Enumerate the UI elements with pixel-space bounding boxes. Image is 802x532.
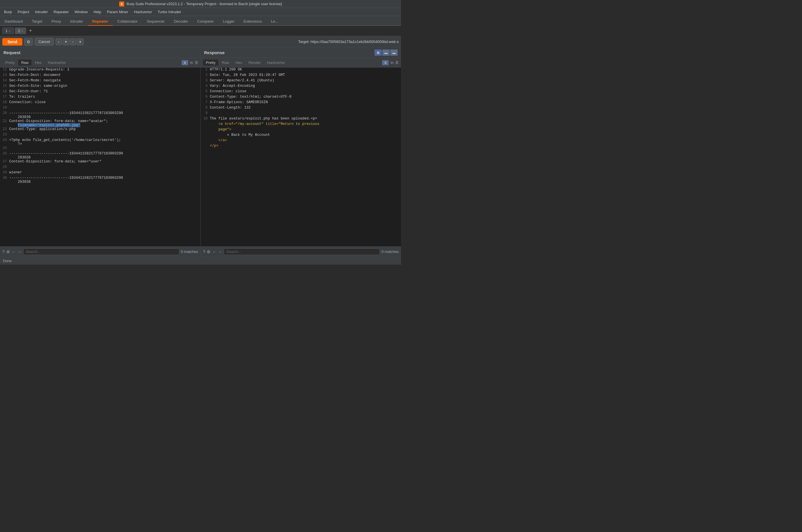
code-line: 4 Vary: Accept-Encoding — [201, 84, 401, 89]
response-matches-label: 0 matches — [382, 249, 399, 254]
request-code-area[interactable]: 12 Upgrade-Insecure-Requests: 1 13 Sec-F… — [0, 68, 200, 246]
main-tab-collaborator[interactable]: Collaborator — [113, 18, 142, 26]
main-tab-decoder[interactable]: Decoder — [169, 18, 192, 26]
tab-response-pretty[interactable]: Pretty — [203, 60, 218, 65]
title-bar: $ Burp Suite Professional v2023.1.2 - Te… — [0, 0, 401, 8]
response-wrap-btn[interactable]: \n — [390, 60, 394, 65]
code-line: 10 The file avatars/exploit.php has been… — [201, 117, 401, 122]
request-panel-header: Request — [0, 48, 200, 58]
main-tab-proxy[interactable]: Proxy — [47, 18, 65, 26]
code-line: 27 Content-Disposition: form-data; name=… — [0, 159, 200, 165]
request-menu-btn[interactable]: ☰ — [195, 60, 198, 65]
response-search-back-btn[interactable]: ← — [212, 249, 216, 254]
request-panel: Request Pretty Raw Hex Hackvertor ≡ \n ☰… — [0, 48, 201, 257]
repeater-tab-1[interactable]: 1 × — [2, 27, 14, 34]
nav-forward-button[interactable]: › — [70, 38, 76, 45]
code-line: 5 Connection: close — [201, 89, 401, 95]
code-line: 25 — [0, 146, 200, 152]
menu-item-help[interactable]: Help — [91, 9, 103, 15]
tab-response-hex[interactable]: Hex — [233, 60, 245, 65]
response-title: Response — [204, 50, 225, 55]
request-wrap-btn[interactable]: \n — [190, 60, 193, 65]
response-panel: Response ▦ ▬ ▬ Pretty Raw Hex Render Hac… — [201, 48, 401, 257]
tab-request-hackvertor[interactable]: Hackvertor — [45, 60, 69, 65]
menu-item-turbo-intruder[interactable]: Turbo Intruder — [155, 9, 184, 15]
main-tab-le...[interactable]: Le... — [266, 18, 283, 26]
request-panel-tabs: Pretty Raw Hex Hackvertor ≡ \n ☰ — [0, 58, 200, 68]
code-line: 19 — [0, 106, 200, 111]
request-search-settings-icon[interactable]: ⚙ — [6, 249, 10, 254]
main-tab-target[interactable]: Target — [27, 18, 47, 26]
repeater-tab-2[interactable]: 2 × — [15, 27, 26, 34]
code-line: 3 Server: Apache/2.4.41 (Ubuntu) — [201, 78, 401, 84]
response-menu-btn[interactable]: ☰ — [395, 60, 399, 65]
main-tab-sequencer[interactable]: Sequencer — [142, 18, 169, 26]
response-help-icon[interactable]: ? — [203, 249, 205, 254]
response-panel-tabs: Pretty Raw Hex Render Hackvertor ≡ \n ☰ — [201, 58, 401, 68]
code-line: 17 Te: trailers — [0, 95, 200, 100]
tab-request-hex[interactable]: Hex — [32, 60, 44, 65]
view-mode-vert-btn[interactable]: ▬ — [390, 50, 398, 56]
response-list-view-btn[interactable]: ≡ — [382, 60, 389, 65]
repeater-tabs: 1 ×2 ×+ — [0, 26, 401, 36]
menu-item-project[interactable]: Project — [15, 9, 31, 15]
code-line: </a> — [201, 138, 401, 144]
menu-item-hackvertor[interactable]: Hackvertor — [132, 9, 154, 15]
code-line: </p> — [201, 144, 401, 149]
view-mode-split-btn[interactable]: ▦ — [375, 50, 382, 56]
response-panel-header: Response ▦ ▬ ▬ — [201, 48, 401, 58]
menu-item-param-miner[interactable]: Param Miner — [104, 9, 130, 15]
tab-request-pretty[interactable]: Pretty — [2, 60, 18, 65]
nav-forward-dropdown-button[interactable]: ▾ — [77, 38, 84, 45]
main-tab-extensions[interactable]: Extensions — [239, 18, 267, 26]
main-tab-intruder[interactable]: Intruder — [65, 18, 88, 26]
code-line: 14 Sec-Fetch-Mode: navigate — [0, 78, 200, 84]
code-line: 8 Content-Length: 132 — [201, 106, 401, 111]
menu-item-repeater[interactable]: Repeater — [51, 9, 71, 15]
settings-icon-button[interactable]: ⚙ — [24, 38, 33, 45]
repeater-tab-close-2[interactable]: × — [21, 29, 23, 33]
menu-item-window[interactable]: Window — [72, 9, 90, 15]
status-text: Done — [3, 259, 12, 263]
send-button[interactable]: Send — [2, 38, 22, 45]
view-mode-horiz-btn[interactable]: ▬ — [382, 50, 389, 56]
request-list-view-btn[interactable]: ≡ — [182, 60, 188, 65]
request-help-icon[interactable]: ? — [2, 249, 5, 254]
status-bar: Done — [0, 257, 401, 265]
main-tab-repeater[interactable]: Repeater — [88, 18, 113, 26]
code-line: 1 HTTP/1.1 200 OK — [201, 68, 401, 73]
response-search-input[interactable] — [224, 248, 380, 255]
menu-item-intruder[interactable]: Intruder — [33, 9, 50, 15]
menu-bar: BurpProjectIntruderRepeaterWindowHelpPar… — [0, 8, 401, 16]
code-line: 6 Content-Type: text/html; charset=UTF-8 — [201, 95, 401, 100]
cancel-button[interactable]: Cancel — [35, 38, 54, 45]
code-line: 29 wiener — [0, 170, 200, 176]
code-line: 12 Upgrade-Insecure-Requests: 1 — [0, 68, 200, 73]
code-line: 21 Content-Disposition: form-data; name=… — [0, 119, 200, 127]
tab-request-raw[interactable]: Raw — [18, 60, 32, 65]
request-search-input[interactable] — [23, 248, 179, 255]
code-line: 23 — [0, 133, 200, 138]
repeater-add-tab-button[interactable]: + — [27, 28, 34, 34]
code-line: page"> — [201, 128, 401, 133]
response-search-bar: ? ⚙ ← → 0 matches — [201, 246, 401, 257]
tab-response-hackvertor[interactable]: Hackvertor — [264, 60, 288, 65]
response-search-forward-btn[interactable]: → — [218, 249, 222, 254]
request-search-back-btn[interactable]: ← — [12, 249, 16, 254]
nav-back-dropdown-button[interactable]: ▾ — [62, 38, 69, 45]
code-line: « Back to My Account — [201, 133, 401, 138]
highlighted-filename: filename="exploit.php%00.jpg" — [18, 123, 80, 127]
tab-response-raw[interactable]: Raw — [219, 60, 232, 65]
request-search-forward-btn[interactable]: → — [18, 249, 21, 254]
repeater-tab-close-1[interactable]: × — [8, 29, 10, 33]
menu-item-burp[interactable]: Burp — [2, 9, 14, 15]
nav-back-button[interactable]: ‹ — [56, 38, 62, 45]
main-tab-dashboard[interactable]: Dashboard — [0, 18, 27, 26]
tab-response-render[interactable]: Render — [246, 60, 264, 65]
response-search-settings-icon[interactable]: ⚙ — [207, 249, 211, 254]
view-mode-buttons: ▦ ▬ ▬ — [375, 50, 398, 56]
code-line: 9 — [201, 111, 401, 117]
response-code-area[interactable]: 1 HTTP/1.1 200 OK 2 Date: Tue, 28 Feb 20… — [201, 68, 401, 246]
main-tab-logger[interactable]: Logger — [218, 18, 239, 26]
main-tab-comparer[interactable]: Comparer — [192, 18, 218, 26]
